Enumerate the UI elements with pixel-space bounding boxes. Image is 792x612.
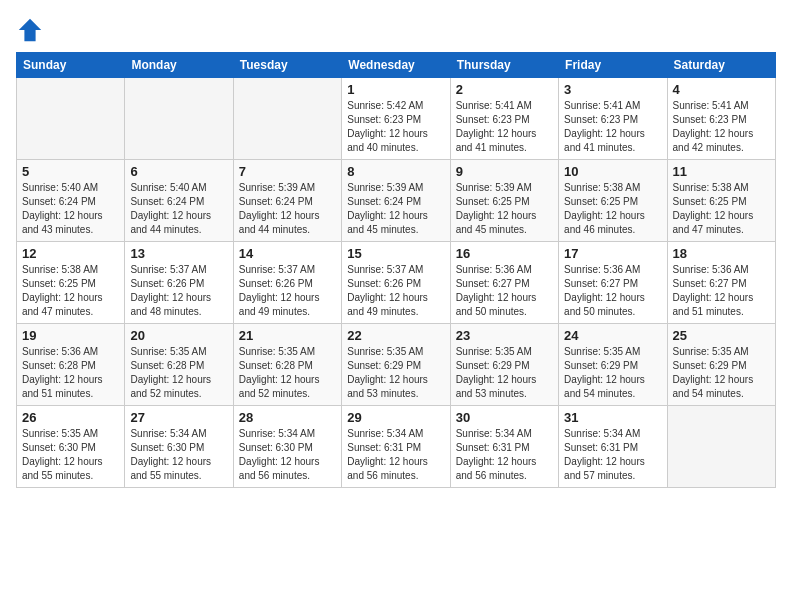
day-number: 24 [564, 328, 661, 343]
day-number: 26 [22, 410, 119, 425]
calendar-cell: 12Sunrise: 5:38 AMSunset: 6:25 PMDayligh… [17, 242, 125, 324]
weekday-header-saturday: Saturday [667, 53, 775, 78]
day-info: Sunrise: 5:40 AMSunset: 6:24 PMDaylight:… [130, 181, 227, 237]
calendar-cell: 15Sunrise: 5:37 AMSunset: 6:26 PMDayligh… [342, 242, 450, 324]
day-info: Sunrise: 5:38 AMSunset: 6:25 PMDaylight:… [673, 181, 770, 237]
day-number: 6 [130, 164, 227, 179]
day-info: Sunrise: 5:41 AMSunset: 6:23 PMDaylight:… [564, 99, 661, 155]
day-number: 23 [456, 328, 553, 343]
day-number: 13 [130, 246, 227, 261]
weekday-header-wednesday: Wednesday [342, 53, 450, 78]
calendar-cell: 1Sunrise: 5:42 AMSunset: 6:23 PMDaylight… [342, 78, 450, 160]
day-info: Sunrise: 5:41 AMSunset: 6:23 PMDaylight:… [456, 99, 553, 155]
calendar-cell: 18Sunrise: 5:36 AMSunset: 6:27 PMDayligh… [667, 242, 775, 324]
day-number: 7 [239, 164, 336, 179]
svg-marker-0 [19, 19, 41, 41]
calendar-cell: 21Sunrise: 5:35 AMSunset: 6:28 PMDayligh… [233, 324, 341, 406]
calendar-cell: 22Sunrise: 5:35 AMSunset: 6:29 PMDayligh… [342, 324, 450, 406]
calendar-cell: 7Sunrise: 5:39 AMSunset: 6:24 PMDaylight… [233, 160, 341, 242]
day-number: 29 [347, 410, 444, 425]
calendar-cell [17, 78, 125, 160]
day-number: 15 [347, 246, 444, 261]
day-info: Sunrise: 5:35 AMSunset: 6:29 PMDaylight:… [456, 345, 553, 401]
day-number: 10 [564, 164, 661, 179]
calendar-cell: 23Sunrise: 5:35 AMSunset: 6:29 PMDayligh… [450, 324, 558, 406]
day-info: Sunrise: 5:38 AMSunset: 6:25 PMDaylight:… [22, 263, 119, 319]
day-info: Sunrise: 5:35 AMSunset: 6:29 PMDaylight:… [347, 345, 444, 401]
day-info: Sunrise: 5:37 AMSunset: 6:26 PMDaylight:… [130, 263, 227, 319]
calendar-cell: 3Sunrise: 5:41 AMSunset: 6:23 PMDaylight… [559, 78, 667, 160]
day-info: Sunrise: 5:36 AMSunset: 6:27 PMDaylight:… [456, 263, 553, 319]
day-number: 16 [456, 246, 553, 261]
day-info: Sunrise: 5:34 AMSunset: 6:31 PMDaylight:… [456, 427, 553, 483]
day-number: 14 [239, 246, 336, 261]
day-number: 4 [673, 82, 770, 97]
day-info: Sunrise: 5:34 AMSunset: 6:31 PMDaylight:… [347, 427, 444, 483]
calendar-week-row: 19Sunrise: 5:36 AMSunset: 6:28 PMDayligh… [17, 324, 776, 406]
weekday-header-tuesday: Tuesday [233, 53, 341, 78]
day-info: Sunrise: 5:35 AMSunset: 6:29 PMDaylight:… [564, 345, 661, 401]
day-info: Sunrise: 5:36 AMSunset: 6:27 PMDaylight:… [673, 263, 770, 319]
day-number: 21 [239, 328, 336, 343]
calendar-cell: 26Sunrise: 5:35 AMSunset: 6:30 PMDayligh… [17, 406, 125, 488]
day-info: Sunrise: 5:34 AMSunset: 6:30 PMDaylight:… [239, 427, 336, 483]
calendar-cell [667, 406, 775, 488]
calendar-cell [125, 78, 233, 160]
weekday-header-friday: Friday [559, 53, 667, 78]
day-number: 28 [239, 410, 336, 425]
calendar-cell: 13Sunrise: 5:37 AMSunset: 6:26 PMDayligh… [125, 242, 233, 324]
day-info: Sunrise: 5:35 AMSunset: 6:30 PMDaylight:… [22, 427, 119, 483]
logo-icon [16, 16, 44, 44]
calendar-cell: 19Sunrise: 5:36 AMSunset: 6:28 PMDayligh… [17, 324, 125, 406]
calendar-cell: 9Sunrise: 5:39 AMSunset: 6:25 PMDaylight… [450, 160, 558, 242]
calendar-cell: 30Sunrise: 5:34 AMSunset: 6:31 PMDayligh… [450, 406, 558, 488]
day-number: 2 [456, 82, 553, 97]
day-number: 17 [564, 246, 661, 261]
calendar-cell: 11Sunrise: 5:38 AMSunset: 6:25 PMDayligh… [667, 160, 775, 242]
calendar-cell: 25Sunrise: 5:35 AMSunset: 6:29 PMDayligh… [667, 324, 775, 406]
weekday-header-sunday: Sunday [17, 53, 125, 78]
calendar-cell: 2Sunrise: 5:41 AMSunset: 6:23 PMDaylight… [450, 78, 558, 160]
calendar-table: SundayMondayTuesdayWednesdayThursdayFrid… [16, 52, 776, 488]
calendar-cell: 8Sunrise: 5:39 AMSunset: 6:24 PMDaylight… [342, 160, 450, 242]
day-number: 11 [673, 164, 770, 179]
weekday-header-thursday: Thursday [450, 53, 558, 78]
day-number: 9 [456, 164, 553, 179]
logo [16, 16, 48, 44]
calendar-cell: 24Sunrise: 5:35 AMSunset: 6:29 PMDayligh… [559, 324, 667, 406]
day-number: 30 [456, 410, 553, 425]
day-number: 20 [130, 328, 227, 343]
calendar-cell: 6Sunrise: 5:40 AMSunset: 6:24 PMDaylight… [125, 160, 233, 242]
day-number: 22 [347, 328, 444, 343]
day-info: Sunrise: 5:39 AMSunset: 6:25 PMDaylight:… [456, 181, 553, 237]
day-info: Sunrise: 5:39 AMSunset: 6:24 PMDaylight:… [239, 181, 336, 237]
day-info: Sunrise: 5:38 AMSunset: 6:25 PMDaylight:… [564, 181, 661, 237]
calendar-week-row: 12Sunrise: 5:38 AMSunset: 6:25 PMDayligh… [17, 242, 776, 324]
day-number: 18 [673, 246, 770, 261]
day-number: 1 [347, 82, 444, 97]
day-number: 12 [22, 246, 119, 261]
day-info: Sunrise: 5:34 AMSunset: 6:31 PMDaylight:… [564, 427, 661, 483]
calendar-cell: 17Sunrise: 5:36 AMSunset: 6:27 PMDayligh… [559, 242, 667, 324]
day-info: Sunrise: 5:36 AMSunset: 6:28 PMDaylight:… [22, 345, 119, 401]
day-info: Sunrise: 5:36 AMSunset: 6:27 PMDaylight:… [564, 263, 661, 319]
day-info: Sunrise: 5:37 AMSunset: 6:26 PMDaylight:… [239, 263, 336, 319]
calendar-cell: 16Sunrise: 5:36 AMSunset: 6:27 PMDayligh… [450, 242, 558, 324]
weekday-header-monday: Monday [125, 53, 233, 78]
day-number: 3 [564, 82, 661, 97]
calendar-cell [233, 78, 341, 160]
calendar-cell: 5Sunrise: 5:40 AMSunset: 6:24 PMDaylight… [17, 160, 125, 242]
calendar-cell: 29Sunrise: 5:34 AMSunset: 6:31 PMDayligh… [342, 406, 450, 488]
calendar-cell: 31Sunrise: 5:34 AMSunset: 6:31 PMDayligh… [559, 406, 667, 488]
calendar-week-row: 26Sunrise: 5:35 AMSunset: 6:30 PMDayligh… [17, 406, 776, 488]
calendar-cell: 4Sunrise: 5:41 AMSunset: 6:23 PMDaylight… [667, 78, 775, 160]
page-header [16, 16, 776, 44]
day-info: Sunrise: 5:35 AMSunset: 6:29 PMDaylight:… [673, 345, 770, 401]
day-info: Sunrise: 5:34 AMSunset: 6:30 PMDaylight:… [130, 427, 227, 483]
calendar-header-row: SundayMondayTuesdayWednesdayThursdayFrid… [17, 53, 776, 78]
calendar-cell: 14Sunrise: 5:37 AMSunset: 6:26 PMDayligh… [233, 242, 341, 324]
calendar-cell: 28Sunrise: 5:34 AMSunset: 6:30 PMDayligh… [233, 406, 341, 488]
day-info: Sunrise: 5:42 AMSunset: 6:23 PMDaylight:… [347, 99, 444, 155]
day-info: Sunrise: 5:37 AMSunset: 6:26 PMDaylight:… [347, 263, 444, 319]
day-number: 19 [22, 328, 119, 343]
